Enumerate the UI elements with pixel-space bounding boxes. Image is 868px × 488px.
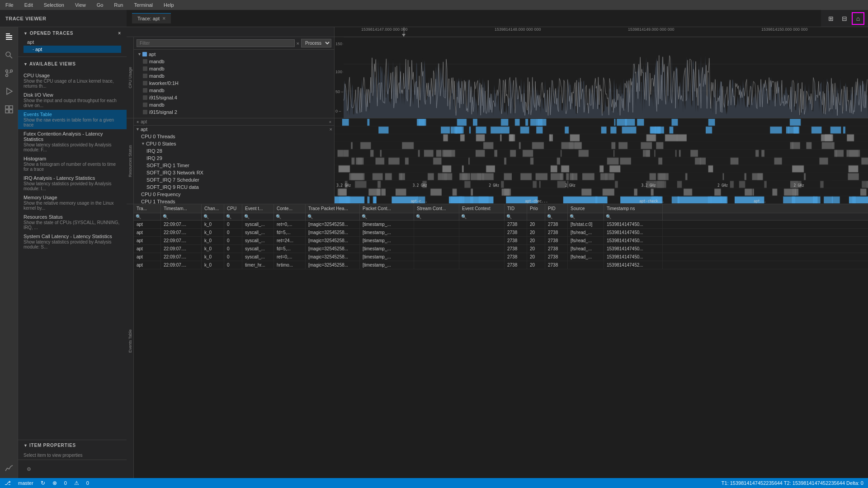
th-pc[interactable]: Packet Cont...	[360, 204, 414, 213]
search-cont[interactable]: 🔍	[274, 213, 306, 220]
th-channel[interactable]: Chan...	[202, 204, 224, 213]
menu-selection[interactable]: Selection	[42, 1, 66, 9]
search-tid[interactable]: 🔍	[505, 213, 527, 220]
resources-apt-close-icon[interactable]: ×	[330, 127, 332, 132]
search-icon[interactable]	[3, 49, 15, 61]
view-futex[interactable]: Futex Contention Analysis - Latency Stat…	[18, 129, 127, 154]
search-pid[interactable]: 🔍	[545, 213, 568, 220]
available-views-header[interactable]: ▼ AVAILABLE VIEWS	[18, 59, 127, 69]
search-evt[interactable]: 🔍	[242, 213, 274, 220]
filter-input[interactable]	[137, 39, 295, 47]
tree-node-mandb-3[interactable]: mandb	[136, 72, 332, 80]
grid-view-button[interactable]: ⊞	[825, 12, 837, 25]
tree-node-mandb-2[interactable]: mandb	[136, 65, 332, 72]
table-row[interactable]: apt22:09:07....k_00syscall_...fd=5,...[m…	[134, 245, 868, 253]
home-button[interactable]: ⌂	[852, 12, 864, 25]
tree-node-mandb-1[interactable]: mandb	[136, 58, 332, 65]
search-cpu[interactable]: 🔍	[224, 213, 242, 220]
resources-cpu0-freq[interactable]: CPU 0 Frequency	[134, 191, 334, 198]
table-row[interactable]: apt22:09:07....k_00syscall_...ret=24...[…	[134, 237, 868, 245]
th-prio[interactable]: Prio	[527, 204, 545, 213]
th-context[interactable]: Conte...	[274, 204, 306, 213]
search-tph[interactable]: 🔍	[306, 213, 360, 220]
view-memory[interactable]: Memory Usage Show the relative memory us…	[18, 193, 127, 212]
search-prio[interactable]	[527, 213, 545, 220]
split-view-button[interactable]: ⊟	[838, 12, 851, 25]
view-resources[interactable]: Resources Status Show the state of CPUs …	[18, 212, 127, 232]
menu-view[interactable]: View	[73, 1, 88, 9]
table-row[interactable]: apt22:09:07....k_00syscall_...ret=0,...[…	[134, 221, 868, 229]
search-trace[interactable]: 🔍	[134, 213, 161, 220]
view-events-table[interactable]: Events Table Show the raw events in tabl…	[18, 110, 127, 129]
th-trace[interactable]: Tra...	[134, 204, 161, 213]
extensions-icon[interactable]	[3, 103, 15, 116]
th-pid[interactable]: PID	[545, 204, 568, 213]
close-traces-button[interactable]: ×	[118, 31, 121, 36]
tree-node-i915-2[interactable]: i915/signal 2	[136, 108, 332, 116]
search-pc[interactable]: 🔍	[360, 213, 414, 220]
th-source[interactable]: Source	[568, 204, 604, 213]
view-cpu-usage[interactable]: CPU Usage Show the CPU usage of a Linux …	[18, 71, 127, 90]
menu-go[interactable]: Go	[95, 1, 105, 9]
trace-item-apt-sub[interactable]: · apt	[24, 46, 121, 53]
th-tsns[interactable]: Timestamp ns	[604, 204, 663, 213]
search-ec[interactable]: 🔍	[459, 213, 505, 220]
search-tsns[interactable]: 🔍	[604, 213, 663, 220]
search-chan[interactable]: 🔍	[202, 213, 224, 220]
menu-file[interactable]: File	[4, 1, 15, 9]
close-filter-icon[interactable]: ×	[297, 41, 299, 46]
th-ec[interactable]: Event Context	[459, 204, 505, 213]
tree-node-kworker[interactable]: kworker/0:1H	[136, 80, 332, 87]
search-src[interactable]: 🔍	[568, 213, 604, 220]
view-histogram[interactable]: Histogram Show a histogram of number of …	[18, 154, 127, 174]
git-branch-label[interactable]: master	[18, 480, 33, 486]
tree-node-mandb-5[interactable]: mandb	[136, 101, 332, 108]
debug-icon[interactable]	[3, 85, 15, 98]
th-cpu[interactable]: CPU	[224, 204, 242, 213]
tree-node-mandb-4[interactable]: mandb	[136, 87, 332, 94]
menu-edit[interactable]: Edit	[23, 1, 35, 9]
resources-close-button[interactable]: ×	[137, 120, 139, 124]
resources-apt-node[interactable]: ▼ apt ×	[134, 126, 334, 133]
menu-terminal[interactable]: Terminal	[132, 1, 155, 9]
sync-icon[interactable]: ↻	[41, 480, 45, 486]
chart-icon[interactable]	[3, 462, 15, 474]
settings-icon[interactable]: ⚙	[24, 464, 34, 474]
search-sc[interactable]: 🔍	[414, 213, 459, 220]
resources-soft-irq1[interactable]: SOFT_IRQ 1 Timer	[134, 162, 334, 169]
resources-soft-irq9[interactable]: SOFT_IRQ 9 RCU data	[134, 183, 334, 191]
resources-cpu1-threads[interactable]: CPU 1 Threads	[134, 198, 334, 204]
th-timestamp[interactable]: Timestam...	[161, 204, 202, 213]
resources-cpu0-threads[interactable]: CPU 0 Threads	[134, 133, 334, 140]
menu-help[interactable]: Help	[162, 1, 176, 9]
resources-collapse-button[interactable]: ×	[329, 120, 331, 124]
item-properties-header[interactable]: ▼ ITEM PROPERTIES	[18, 440, 127, 450]
th-tid[interactable]: TID	[505, 204, 527, 213]
tab-trace-apt[interactable]: Trace: apt ×	[132, 13, 171, 23]
opened-traces-header[interactable]: ▼ OPENED TRACES ×	[24, 31, 121, 36]
view-irq[interactable]: IRQ Analysis - Latency Statistics Show l…	[18, 174, 127, 193]
resources-irq28[interactable]: IRQ 28	[134, 147, 334, 155]
resources-irq29[interactable]: IRQ 29	[134, 155, 334, 162]
table-row[interactable]: apt22:09:07....k_00timer_hr...hrtimo...[…	[134, 261, 868, 269]
th-sc[interactable]: Stream Cont...	[414, 204, 459, 213]
th-event-type[interactable]: Event t...	[242, 204, 274, 213]
close-tab-button[interactable]: ×	[162, 15, 165, 22]
tree-node-apt[interactable]: ▼ apt	[136, 51, 332, 58]
search-ts[interactable]: 🔍	[161, 213, 202, 220]
view-disk-io[interactable]: Disk I/O View Show the input and output …	[18, 90, 127, 110]
resources-soft-irq3[interactable]: SOFT_IRQ 3 Network RX	[134, 169, 334, 176]
view-syscall[interactable]: System Call Latency - Latency Statistics…	[18, 232, 127, 251]
source-control-icon[interactable]	[3, 67, 15, 80]
resources-cpu0-states[interactable]: ▼ CPU 0 States	[134, 140, 334, 147]
process-select[interactable]: Process	[301, 39, 331, 47]
table-row[interactable]: apt22:09:07....k_00syscall_...fd=5,...[m…	[134, 229, 868, 237]
table-row[interactable]: apt22:09:07....k_00syscall_...ret=0,...[…	[134, 253, 868, 261]
th-tph[interactable]: Trace Packet Hea...	[306, 204, 360, 213]
tree-node-i915-4[interactable]: i915/signal.4	[136, 94, 332, 101]
trace-item-apt[interactable]: apt	[24, 38, 121, 46]
resources-soft-irq7[interactable]: SOFT_IRQ 7 Scheduler	[134, 176, 334, 183]
explorer-icon[interactable]	[3, 31, 15, 43]
table-cell: apt	[134, 245, 161, 253]
menu-run[interactable]: Run	[112, 1, 125, 9]
